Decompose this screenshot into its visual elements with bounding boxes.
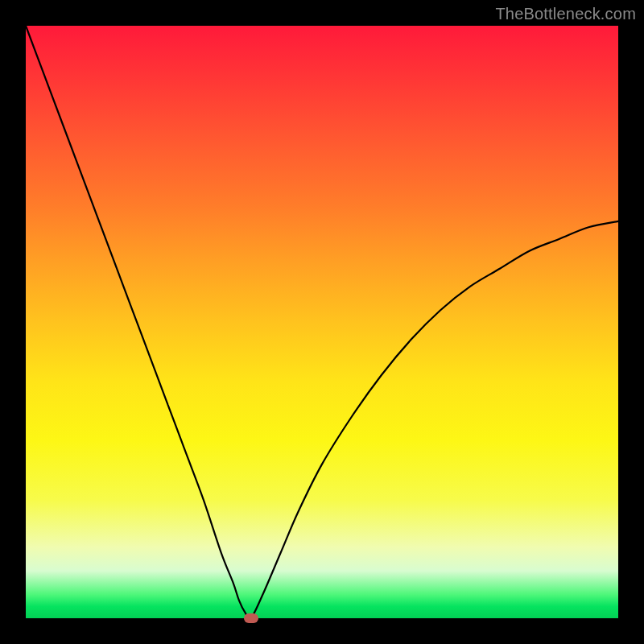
chart-frame: TheBottleneck.com xyxy=(0,0,644,644)
watermark-label: TheBottleneck.com xyxy=(495,5,636,23)
plot-area xyxy=(26,26,618,618)
bottleneck-curve xyxy=(26,26,618,618)
minimum-marker xyxy=(244,613,258,623)
